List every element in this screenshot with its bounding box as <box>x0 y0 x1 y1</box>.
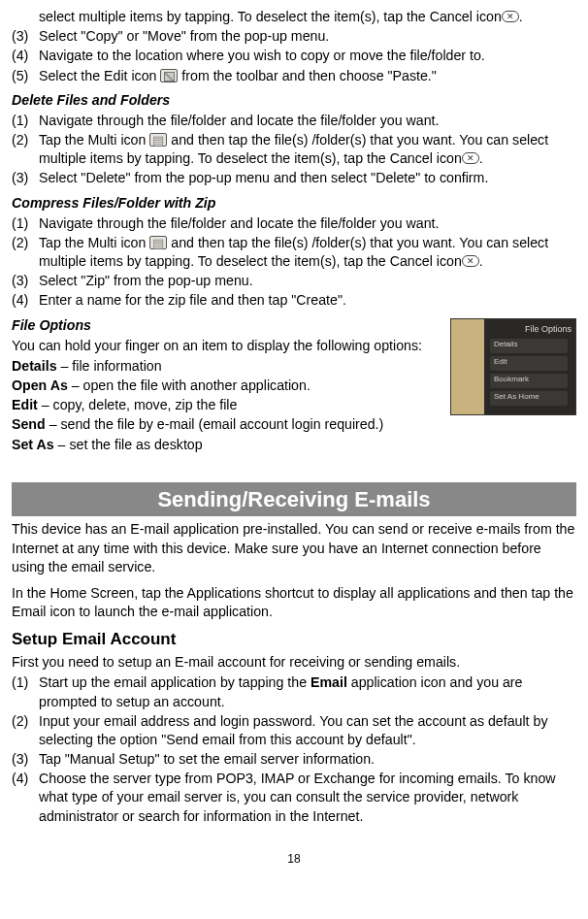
step-3: (3) Select "Copy" or "Move" from the pop… <box>12 27 576 46</box>
step-text: Select the Edit icon from the toolbar an… <box>39 67 576 85</box>
del-step-1: (1) Navigate through the file/folder and… <box>12 112 576 130</box>
del-step-2: (2) Tap the Multi icon and then tap the … <box>12 131 576 168</box>
step-number: (5) <box>12 67 39 85</box>
step-number: (3) <box>12 27 39 46</box>
step-text: Input your email address and login passw… <box>39 712 576 749</box>
thumb-item: Details <box>490 339 568 353</box>
edit-icon <box>160 69 178 82</box>
step-number: (3) <box>12 750 39 769</box>
thumb-item: Bookmark <box>490 374 568 388</box>
setup-intro: First you need to setup an E-mail accoun… <box>12 653 576 672</box>
step-text: Select "Copy" or "Move" from the pop-up … <box>39 27 576 46</box>
step-number: (1) <box>12 214 39 233</box>
step-number: (4) <box>12 770 39 826</box>
email-step-4: (4) Choose the server type from POP3, IM… <box>12 770 576 826</box>
step-text: Select "Delete" from the pop-up menu and… <box>39 169 576 187</box>
step-number: (3) <box>12 272 39 290</box>
step-text: Tap the Multi icon and then tap the file… <box>39 234 576 271</box>
continuation-line: select multiple items by tapping. To des… <box>39 8 576 26</box>
thumb-item: Set As Home <box>490 391 568 406</box>
step-number: (2) <box>12 234 39 271</box>
multi-icon <box>149 133 167 147</box>
step-text: Navigate to the location where you wish … <box>39 47 576 65</box>
step-4: (4) Navigate to the location where you w… <box>12 47 576 65</box>
section-zip-title: Compress Files/Folder with Zip <box>12 194 576 213</box>
file-options-screenshot: File Options Details Edit Bookmark Set A… <box>450 318 576 415</box>
step-number: (1) <box>12 112 39 130</box>
zip-step-4: (4) Enter a name for the zip file and th… <box>12 291 576 310</box>
step-number: (2) <box>12 712 39 749</box>
thumb-title: File Options <box>525 323 572 335</box>
zip-step-1: (1) Navigate through the file/folder and… <box>12 214 576 233</box>
multi-icon <box>149 236 167 249</box>
step-number: (4) <box>12 291 39 310</box>
step-number: (4) <box>12 47 39 65</box>
email-paragraph-1: This device has an E-mail application pr… <box>12 520 576 576</box>
step-text: Choose the server type from POP3, IMAP o… <box>39 770 576 826</box>
step-number: (2) <box>12 131 39 168</box>
step-text: Enter a name for the zip file and then t… <box>39 291 576 310</box>
zip-step-3: (3) Select "Zip" from the pop-up menu. <box>12 272 576 290</box>
thumb-item: Edit <box>490 356 568 371</box>
del-step-3: (3) Select "Delete" from the pop-up menu… <box>12 169 576 187</box>
option-setas: Set As – set the file as desktop <box>12 436 576 454</box>
page-number: 18 <box>12 851 576 867</box>
cancel-icon <box>502 11 519 22</box>
cancel-icon <box>462 152 479 164</box>
option-send: Send – send the file by e-mail (email ac… <box>12 415 576 434</box>
email-paragraph-2: In the Home Screen, tap the Applications… <box>12 584 576 621</box>
step-text: Navigate through the file/folder and loc… <box>39 112 576 130</box>
section-bar-email: Sending/Receiving E-mails <box>12 482 576 517</box>
step-number: (3) <box>12 169 39 187</box>
step-number: (1) <box>12 673 39 710</box>
step-text: Tap "Manual Setup" to set the email serv… <box>39 750 576 769</box>
email-step-2: (2) Input your email address and login p… <box>12 712 576 749</box>
zip-step-2: (2) Tap the Multi icon and then tap the … <box>12 234 576 271</box>
step-text: Navigate through the file/folder and loc… <box>39 214 576 233</box>
step-text: Select "Zip" from the pop-up menu. <box>39 272 576 290</box>
email-step-3: (3) Tap "Manual Setup" to set the email … <box>12 750 576 769</box>
section-delete-title: Delete Files and Folders <box>12 91 576 110</box>
cancel-icon <box>462 255 479 267</box>
step-text: Start up the email application by tappin… <box>39 673 576 710</box>
email-step-1: (1) Start up the email application by ta… <box>12 673 576 710</box>
step-text: Tap the Multi icon and then tap the file… <box>39 131 576 168</box>
setup-email-heading: Setup Email Account <box>12 629 576 651</box>
step-5: (5) Select the Edit icon from the toolba… <box>12 67 576 85</box>
